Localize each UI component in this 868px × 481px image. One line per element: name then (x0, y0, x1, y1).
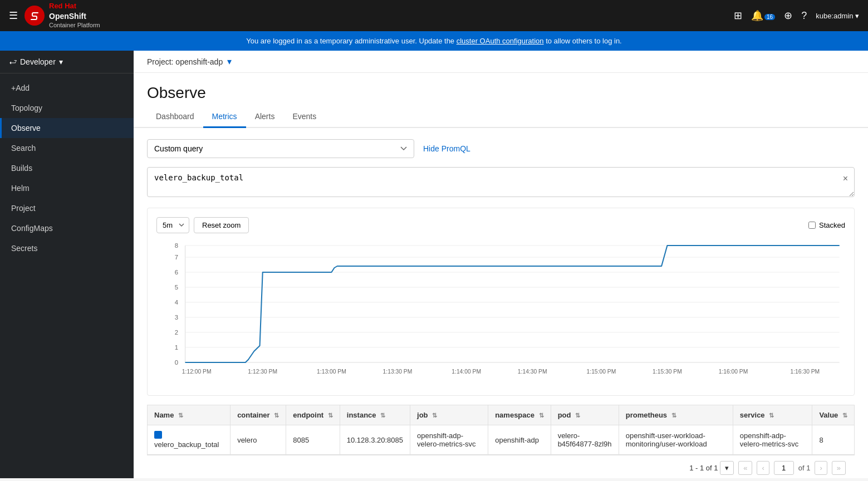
sort-icon[interactable]: ⇅ (178, 412, 183, 419)
help-icon[interactable]: ? (801, 10, 807, 22)
sidebar-item-builds[interactable]: Builds (0, 158, 134, 178)
sidebar-item-configmaps[interactable]: ConfigMaps (0, 218, 134, 238)
promql-input[interactable]: velero_backup_total (147, 167, 855, 197)
sidebar-item-search[interactable]: Search (0, 138, 134, 158)
sidebar-item-label: Helm (11, 184, 30, 193)
sidebar-item-label: Search (11, 144, 36, 153)
sidebar-item-label: ConfigMaps (11, 224, 53, 233)
sidebar-item-secrets[interactable]: Secrets (0, 238, 134, 258)
grid-icon[interactable]: ⊞ (734, 9, 742, 22)
main-layout: ⮐ Developer ▾ +Add Topology Observe Sear… (0, 51, 868, 478)
pagination-next-button[interactable]: › (815, 461, 827, 475)
col-instance: instance ⇅ (340, 405, 410, 425)
svg-text:1:14:00 PM: 1:14:00 PM (452, 369, 481, 375)
svg-text:1:15:30 PM: 1:15:30 PM (653, 369, 682, 375)
cell-prometheus: openshift-user-workload-monitoring/user-… (619, 425, 733, 455)
pagination-of-label: of 1 (798, 464, 811, 472)
pagination-page-input[interactable] (774, 461, 794, 475)
project-label: Project: openshift-adp (147, 57, 223, 66)
svg-text:8: 8 (175, 242, 178, 249)
query-row: Custom query Hide PromQL (147, 139, 855, 158)
cell-job: openshift-adp-velero-metrics-svc (410, 425, 488, 455)
results-table: Name ⇅ container ⇅ endpoint ⇅ instance (147, 405, 855, 455)
project-dropdown-button[interactable]: ▾ (227, 56, 232, 67)
stacked-checkbox[interactable] (808, 222, 816, 229)
cell-name: velero_backup_total (148, 425, 231, 455)
table-header-row: Name ⇅ container ⇅ endpoint ⇅ instance (148, 405, 855, 425)
col-namespace: namespace ⇅ (488, 405, 551, 425)
sidebar-item-add[interactable]: +Add (0, 78, 134, 98)
sidebar-nav: +Add Topology Observe Search Builds Helm… (0, 73, 134, 263)
cell-instance: 10.128.3.20:8085 (340, 425, 410, 455)
sidebar-item-helm[interactable]: Helm (0, 178, 134, 198)
chart-svg-wrap: 0 1 2 3 4 5 6 7 8 1:12:00 PM 1:12:30 PM … (156, 240, 845, 386)
sidebar-item-project[interactable]: Project (0, 198, 134, 218)
svg-text:1:13:00 PM: 1:13:00 PM (317, 369, 346, 375)
hamburger-menu[interactable]: ☰ (9, 9, 18, 22)
pagination-prev-button[interactable]: ‹ (757, 461, 769, 475)
sidebar-item-label: +Add (11, 84, 30, 92)
sidebar-header: ⮐ Developer ▾ (0, 51, 134, 73)
sort-icon[interactable]: ⇅ (432, 412, 437, 419)
col-value: Value ⇅ (812, 405, 855, 425)
svg-text:6: 6 (175, 269, 178, 276)
top-nav: ☰ Red Hat OpenShift Container Platform ⊞… (0, 0, 868, 31)
promql-input-wrap: velero_backup_total × (147, 167, 855, 199)
user-menu[interactable]: kube:admin ▾ (816, 12, 859, 20)
pagination-last-button[interactable]: » (832, 461, 846, 475)
top-nav-right: ⊞ 🔔16 ⊕ ? kube:admin ▾ (734, 9, 859, 22)
sort-icon[interactable]: ⇅ (575, 412, 580, 419)
pagination-first-button[interactable]: « (738, 461, 752, 475)
svg-text:1:14:30 PM: 1:14:30 PM (518, 369, 547, 375)
stacked-check: Stacked (808, 221, 845, 229)
sort-icon[interactable]: ⇅ (328, 412, 333, 419)
svg-text:7: 7 (175, 254, 178, 261)
sidebar-item-topology[interactable]: Topology (0, 98, 134, 118)
sort-icon[interactable]: ⇅ (671, 412, 676, 419)
tab-dashboard[interactable]: Dashboard (147, 106, 203, 128)
promql-clear-button[interactable]: × (843, 174, 848, 184)
cell-value: 8 (812, 425, 855, 455)
stacked-label[interactable]: Stacked (819, 221, 845, 229)
hide-promql-button[interactable]: Hide PromQL (423, 144, 470, 153)
tab-metrics[interactable]: Metrics (203, 106, 246, 128)
svg-text:1:15:00 PM: 1:15:00 PM (587, 369, 616, 375)
svg-text:1:13:30 PM: 1:13:30 PM (383, 369, 413, 375)
cell-pod: velero-b45f64877-8zl9h (551, 425, 619, 455)
col-service: service ⇅ (733, 405, 812, 425)
sidebar-item-label: Topology (11, 104, 42, 112)
sidebar-item-observe[interactable]: Observe (0, 118, 134, 138)
page-title: Observe (134, 73, 868, 106)
tab-alerts[interactable]: Alerts (246, 106, 284, 128)
tab-events[interactable]: Events (283, 106, 325, 128)
pagination-range-dropdown[interactable]: ▾ (720, 461, 734, 475)
svg-text:1:12:30 PM: 1:12:30 PM (248, 369, 277, 375)
chart-container: 5m Reset zoom Stacked (147, 208, 855, 396)
sort-icon[interactable]: ⇅ (842, 412, 847, 419)
info-banner: You are logged in as a temporary adminis… (0, 31, 868, 51)
reset-zoom-button[interactable]: Reset zoom (194, 217, 249, 233)
svg-text:1: 1 (175, 344, 178, 351)
sort-icon[interactable]: ⇅ (539, 412, 544, 419)
add-icon[interactable]: ⊕ (784, 9, 792, 22)
query-type-select[interactable]: Custom query (147, 139, 414, 158)
cell-service: openshift-adp-velero-metrics-svc (733, 425, 812, 455)
col-endpoint: endpoint ⇅ (286, 405, 340, 425)
oauth-config-link[interactable]: cluster OAuth configuration (457, 37, 544, 45)
tabs: Dashboard Metrics Alerts Events (134, 106, 868, 128)
content-area: Custom query Hide PromQL velero_backup_t… (134, 128, 868, 478)
sort-icon[interactable]: ⇅ (380, 412, 385, 419)
sort-icon[interactable]: ⇅ (274, 412, 279, 419)
time-range-select[interactable]: 5m (156, 217, 189, 233)
sidebar-item-label: Secrets (11, 244, 37, 253)
sidebar-item-label: Builds (11, 164, 32, 173)
cell-container: velero (231, 425, 286, 455)
chart-controls: 5m Reset zoom Stacked (156, 217, 845, 233)
svg-text:5: 5 (175, 284, 178, 291)
sort-icon[interactable]: ⇅ (769, 412, 774, 419)
col-container: container ⇅ (231, 405, 286, 425)
cell-namespace: openshift-adp (488, 425, 551, 455)
context-chevron-icon: ▾ (59, 57, 63, 66)
sidebar-context[interactable]: ⮐ Developer ▾ (9, 57, 63, 66)
notifications-icon[interactable]: 🔔16 (751, 9, 775, 22)
